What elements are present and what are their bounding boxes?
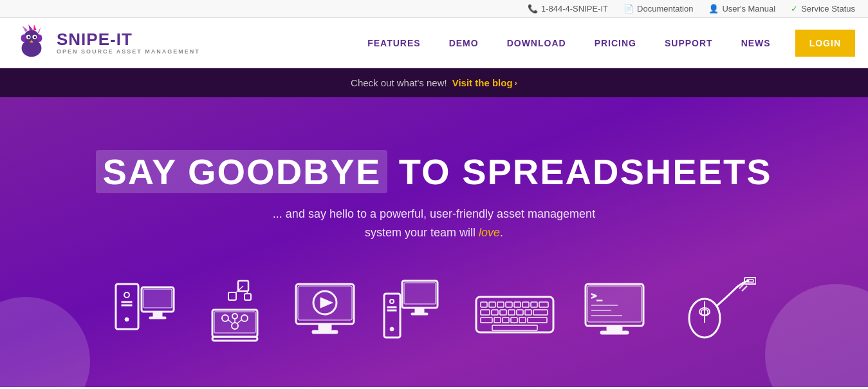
visit-blog-link[interactable]: Visit the blog › bbox=[452, 77, 517, 88]
svg-rect-46 bbox=[411, 313, 428, 315]
phone-link[interactable]: 📞 1-844-4-SNIPE-IT bbox=[528, 4, 608, 14]
svg-rect-49 bbox=[387, 307, 396, 308]
nav-support[interactable]: SUPPORT bbox=[651, 18, 727, 68]
svg-rect-41 bbox=[319, 324, 331, 330]
svg-text:>_: >_ bbox=[591, 290, 602, 301]
svg-rect-45 bbox=[415, 308, 424, 313]
announcement-bar: Check out what's new! Visit the blog › bbox=[0, 68, 868, 97]
svg-marker-8 bbox=[33, 24, 37, 31]
nav-links: FEATURES DEMO DOWNLOAD PRICING SUPPORT N… bbox=[353, 18, 855, 68]
svg-rect-21 bbox=[149, 317, 166, 319]
svg-rect-69 bbox=[494, 318, 501, 323]
icon-monitor-play bbox=[293, 274, 357, 345]
svg-point-14 bbox=[124, 292, 129, 298]
decorative-circle-left bbox=[0, 297, 90, 387]
logo-mascot bbox=[13, 24, 50, 62]
hero-subtitle: ... and say hello to a powerful, user-fr… bbox=[254, 205, 614, 242]
svg-marker-9 bbox=[38, 26, 41, 33]
svg-rect-61 bbox=[481, 310, 490, 315]
svg-rect-16 bbox=[122, 305, 132, 306]
nav-features[interactable]: FEATURES bbox=[353, 18, 434, 68]
icon-workstation bbox=[383, 274, 447, 345]
hero-title-part2: TO SPREADSHEETS bbox=[399, 151, 772, 192]
announcement-text: Check out what's new! bbox=[351, 77, 447, 88]
svg-rect-34 bbox=[245, 294, 251, 300]
check-icon: ✓ bbox=[791, 4, 798, 14]
svg-rect-82 bbox=[600, 331, 629, 334]
svg-rect-73 bbox=[528, 318, 547, 323]
svg-rect-42 bbox=[312, 330, 338, 334]
svg-rect-23 bbox=[212, 337, 257, 341]
hero-subtitle-text: ... and say hello to a powerful, user-fr… bbox=[273, 207, 595, 239]
hero-section: SAY GOODBYE TO SPREADSHEETS ... and say … bbox=[0, 97, 868, 387]
documentation-label: Documentation bbox=[637, 4, 693, 14]
service-status-label: Service Status bbox=[801, 4, 855, 14]
icon-keyboard bbox=[473, 274, 557, 345]
icon-network bbox=[203, 274, 267, 345]
svg-point-51 bbox=[390, 327, 394, 331]
svg-marker-6 bbox=[23, 25, 28, 32]
svg-point-5 bbox=[34, 36, 36, 38]
hero-love-word: love bbox=[479, 226, 500, 239]
hero-icons-row: >_ bbox=[80, 274, 788, 345]
icon-mouse bbox=[672, 274, 756, 345]
logo-link[interactable]: SNIPE-IT OPEN SOURCE ASSET MANAGEMENT bbox=[13, 24, 200, 62]
top-utility-bar: 📞 1-844-4-SNIPE-IT 📄 Documentation 👤 Use… bbox=[0, 0, 868, 18]
svg-line-90 bbox=[742, 286, 747, 291]
svg-rect-67 bbox=[533, 310, 548, 315]
svg-rect-81 bbox=[607, 326, 622, 331]
svg-point-4 bbox=[28, 36, 30, 38]
hero-title-highlight: SAY GOODBYE bbox=[96, 150, 387, 193]
svg-rect-63 bbox=[500, 310, 506, 315]
svg-rect-53 bbox=[481, 302, 487, 307]
manual-icon: 👤 bbox=[708, 4, 719, 14]
svg-rect-72 bbox=[519, 318, 526, 323]
nav-pricing[interactable]: PRICING bbox=[580, 18, 651, 68]
svg-rect-54 bbox=[489, 302, 495, 307]
svg-rect-50 bbox=[387, 310, 396, 311]
main-nav: SNIPE-IT OPEN SOURCE ASSET MANAGEMENT FE… bbox=[0, 18, 868, 68]
doc-icon: 📄 bbox=[623, 4, 634, 14]
svg-rect-64 bbox=[508, 310, 515, 315]
nav-demo[interactable]: DEMO bbox=[435, 18, 493, 68]
hero-title: SAY GOODBYE TO SPREADSHEETS bbox=[96, 152, 771, 192]
documentation-link[interactable]: 📄 Documentation bbox=[623, 4, 693, 14]
svg-rect-19 bbox=[143, 289, 172, 308]
svg-rect-20 bbox=[153, 312, 162, 317]
svg-rect-13 bbox=[116, 284, 138, 329]
svg-rect-58 bbox=[522, 302, 529, 307]
svg-rect-55 bbox=[497, 302, 504, 307]
hero-subtitle-end: . bbox=[500, 226, 503, 239]
users-manual-link[interactable]: 👤 User's Manual bbox=[708, 4, 775, 14]
svg-point-11 bbox=[21, 34, 26, 42]
svg-rect-44 bbox=[404, 283, 436, 304]
phone-icon: 📞 bbox=[528, 4, 538, 14]
nav-news[interactable]: NEWS bbox=[727, 18, 785, 68]
svg-rect-15 bbox=[122, 301, 132, 303]
login-button[interactable]: LOGIN bbox=[795, 30, 855, 57]
svg-point-17 bbox=[125, 318, 129, 321]
svg-rect-68 bbox=[481, 318, 492, 323]
svg-marker-7 bbox=[28, 24, 33, 31]
nav-download[interactable]: DOWNLOAD bbox=[493, 18, 580, 68]
svg-point-12 bbox=[37, 34, 42, 42]
svg-rect-70 bbox=[503, 318, 509, 323]
icon-terminal: >_ bbox=[582, 274, 647, 345]
svg-rect-65 bbox=[517, 310, 523, 315]
users-manual-label: User's Manual bbox=[722, 4, 775, 14]
svg-rect-57 bbox=[514, 302, 521, 307]
svg-rect-66 bbox=[525, 310, 531, 315]
svg-rect-56 bbox=[506, 302, 512, 307]
phone-number: 1-844-4-SNIPE-IT bbox=[541, 4, 608, 14]
service-status-link[interactable]: ✓ Service Status bbox=[791, 4, 855, 14]
visit-blog-label: Visit the blog bbox=[452, 77, 513, 88]
chevron-right-icon: › bbox=[515, 78, 517, 88]
svg-rect-71 bbox=[511, 318, 517, 323]
svg-rect-59 bbox=[531, 302, 537, 307]
logo-sub: OPEN SOURCE ASSET MANAGEMENT bbox=[57, 49, 200, 55]
logo-main: SNIPE-IT bbox=[57, 30, 200, 49]
svg-rect-74 bbox=[492, 325, 537, 330]
svg-rect-62 bbox=[492, 310, 498, 315]
logo-text: SNIPE-IT OPEN SOURCE ASSET MANAGEMENT bbox=[57, 30, 200, 55]
svg-rect-60 bbox=[539, 302, 548, 307]
